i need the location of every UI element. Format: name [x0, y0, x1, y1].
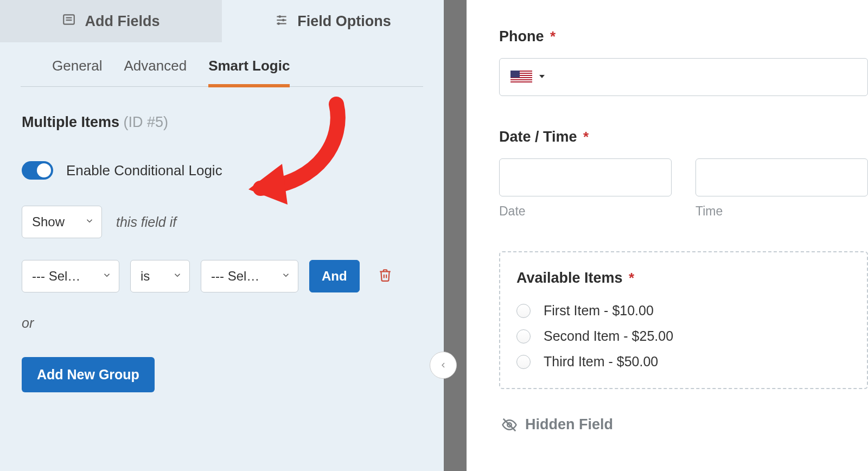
time-sublabel: Time: [695, 204, 868, 219]
or-text: or: [22, 315, 422, 331]
condition-field-select[interactable]: --- Sel…: [22, 260, 119, 292]
arrow-annotation-icon: [239, 96, 358, 210]
conditional-logic-toggle[interactable]: [22, 161, 53, 180]
radio-label: Second Item - $25.00: [544, 328, 673, 344]
condition-operator-select[interactable]: is: [130, 260, 190, 292]
field-name: Multiple Items: [22, 114, 119, 130]
radio-option[interactable]: Second Item - $25.00: [516, 328, 851, 344]
and-button[interactable]: And: [309, 260, 360, 292]
radio-option[interactable]: First Item - $10.00: [516, 303, 851, 319]
this-field-if-text: this field if: [116, 214, 176, 230]
svg-rect-13: [510, 78, 532, 79]
phone-input[interactable]: [499, 58, 868, 96]
flag-us-icon: [510, 71, 532, 84]
eye-off-icon: [501, 417, 518, 433]
required-asterisk: *: [550, 28, 556, 44]
date-sublabel: Date: [499, 204, 672, 219]
caret-down-icon: [539, 72, 545, 82]
svg-point-6: [282, 18, 285, 21]
radio-icon: [516, 304, 531, 318]
field-heading: Multiple Items (ID #5): [22, 114, 422, 131]
hidden-field-label: Hidden Field: [525, 416, 613, 433]
hidden-field[interactable]: Hidden Field: [499, 416, 868, 433]
radio-option[interactable]: Third Item - $50.00: [516, 354, 851, 370]
field-id: (ID #5): [124, 114, 169, 130]
tab-label: Add Fields: [85, 13, 159, 30]
subtab-smart-logic[interactable]: Smart Logic: [208, 58, 290, 87]
field-label: Available Items *: [516, 270, 851, 287]
action-select-value: Show: [22, 206, 102, 238]
date-input[interactable]: [499, 158, 672, 196]
time-input[interactable]: [695, 158, 868, 196]
tab-add-fields[interactable]: Add Fields: [0, 0, 222, 42]
sliders-icon: [275, 12, 289, 30]
subtab-general[interactable]: General: [52, 58, 103, 86]
phone-field[interactable]: Phone *: [499, 28, 868, 96]
subtab-advanced[interactable]: Advanced: [124, 58, 187, 86]
field-label: Date / Time *: [499, 129, 868, 145]
svg-rect-16: [510, 71, 520, 78]
select-value: --- Sel…: [22, 260, 119, 292]
svg-rect-14: [510, 80, 532, 81]
svg-point-4: [279, 15, 282, 18]
delete-condition-button[interactable]: [378, 268, 392, 284]
panel-divider: [444, 0, 467, 471]
svg-marker-17: [539, 75, 545, 78]
date-time-field[interactable]: Date / Time * Date Time: [499, 129, 868, 219]
form-list-icon: [62, 12, 76, 30]
collapse-panel-button[interactable]: [430, 352, 457, 379]
panel-body: Multiple Items (ID #5) Enable Conditiona…: [0, 87, 444, 392]
radio-icon: [516, 329, 531, 343]
label-text: Available Items: [516, 270, 623, 286]
action-select[interactable]: Show: [22, 206, 102, 238]
left-sidebar: Add Fields Field Options General Advance…: [0, 0, 444, 471]
field-label: Phone *: [499, 28, 868, 45]
toggle-label: Enable Conditional Logic: [66, 162, 222, 179]
top-tabs: Add Fields Field Options: [0, 0, 444, 42]
required-asterisk: *: [629, 270, 634, 286]
condition-row: --- Sel… is --- Sel… And: [22, 260, 422, 292]
radio-label: Third Item - $50.00: [544, 354, 658, 370]
chevron-left-icon: [439, 361, 448, 370]
svg-point-8: [277, 22, 280, 25]
available-items-field[interactable]: Available Items * First Item - $10.00 Se…: [499, 251, 868, 389]
radio-icon: [516, 355, 531, 369]
form-preview: Phone * Date / Time * Date: [467, 0, 868, 471]
required-asterisk: *: [583, 129, 589, 145]
date-column: Date: [499, 158, 672, 219]
action-row: Show this field if: [22, 206, 422, 238]
toggle-row: Enable Conditional Logic: [22, 161, 422, 180]
trash-icon: [378, 268, 392, 282]
select-value: --- Sel…: [201, 260, 298, 292]
date-time-row: Date Time: [499, 158, 868, 219]
tab-label: Field Options: [297, 13, 391, 30]
toggle-knob: [37, 163, 51, 177]
label-text: Date / Time: [499, 129, 577, 145]
time-column: Time: [695, 158, 868, 219]
label-text: Phone: [499, 28, 544, 44]
tab-field-options[interactable]: Field Options: [222, 0, 444, 42]
condition-value-select[interactable]: --- Sel…: [201, 260, 298, 292]
add-new-group-button[interactable]: Add New Group: [22, 357, 155, 392]
radio-label: First Item - $10.00: [544, 303, 654, 319]
svg-rect-15: [510, 82, 532, 84]
select-value: is: [130, 260, 190, 292]
sub-tabs: General Advanced Smart Logic: [21, 42, 423, 87]
